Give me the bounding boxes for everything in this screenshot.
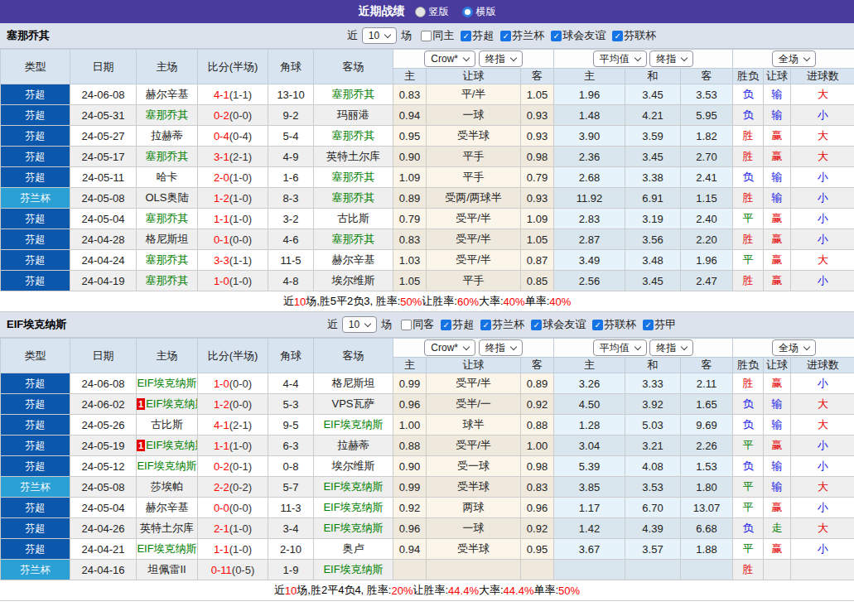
asia-period-select[interactable]: 终指 xyxy=(479,51,523,67)
filter-checkbox[interactable]: ✓芬超 xyxy=(461,28,494,43)
euro-period-select[interactable]: 终指 xyxy=(649,51,693,67)
euro-odds-select-group: 平均值 终指 xyxy=(554,50,733,69)
corners-cell: 11-5 xyxy=(268,250,314,271)
summary-segment: 44.4% xyxy=(504,585,534,597)
league-cell: 芬超 xyxy=(1,498,70,518)
view-radio-option[interactable]: 竖版 xyxy=(415,5,449,19)
asia-away-odds: 0.95 xyxy=(521,539,554,560)
corners-cell: 3-2 xyxy=(268,209,314,229)
score-cell: 4-1(2-1) xyxy=(198,415,268,436)
corners-cell: 4-6 xyxy=(268,229,314,250)
fulltime-score: 1-1 xyxy=(214,440,229,452)
euro-home-odds: 11.92 xyxy=(554,188,625,209)
games-count-select[interactable]: 10 xyxy=(362,27,397,44)
filter-checkbox[interactable]: ✓球会友谊 xyxy=(551,28,606,43)
away-team-cell: EIF埃克纳斯 xyxy=(314,498,393,518)
asia-period-value: 终指 xyxy=(485,342,505,354)
match-row: 芬超24-05-12EIF埃克纳斯0-2(0-1)0-8埃尔维斯0.90受一球0… xyxy=(1,456,854,477)
home-team-name: EIF埃克纳斯 xyxy=(146,397,197,410)
asia-away-odds: 0.92 xyxy=(521,394,554,415)
filter-checkbox[interactable]: ✓芬联杯 xyxy=(592,317,636,332)
checkbox-label: 芬超 xyxy=(472,28,494,43)
column-header: 让球 xyxy=(427,358,521,373)
result-handicap: 输 xyxy=(764,456,791,477)
home-team-cell: 塞那乔其 xyxy=(137,147,198,167)
chevron-down-icon xyxy=(634,343,640,349)
checked-checkbox-icon: ✓ xyxy=(612,31,623,41)
filter-checkbox[interactable]: ✓球会友谊 xyxy=(531,317,586,332)
result-goals: 小 xyxy=(791,229,854,250)
home-team-name: 坦佩雷II xyxy=(147,563,186,575)
asia-handicap: 一球 xyxy=(427,518,521,539)
euro-draw-odds: 3.33 xyxy=(625,373,681,394)
away-team-name: 埃尔维斯 xyxy=(332,460,375,472)
score-cell: 2-0(1-0) xyxy=(198,167,268,188)
result-goals: 大 xyxy=(791,147,854,167)
euro-draw-odds: 6.91 xyxy=(625,188,681,209)
filter-checkbox[interactable]: ✓芬兰杯 xyxy=(500,28,544,43)
date-cell: 24-05-27 xyxy=(70,126,137,147)
euro-period-select[interactable]: 终指 xyxy=(649,339,693,356)
halftime-score: (0-0) xyxy=(229,502,252,514)
fulltime-score: 3-1 xyxy=(214,151,229,163)
asia-home-odds: 0.96 xyxy=(393,394,427,415)
home-team-cell: 拉赫蒂 xyxy=(137,126,198,147)
asia-source-select[interactable]: Crow* xyxy=(424,339,475,356)
column-header: 主 xyxy=(554,358,625,373)
result-handicap: 输 xyxy=(764,84,791,105)
games-count-select[interactable]: 10 xyxy=(342,316,377,333)
away-team-cell: VPS瓦萨 xyxy=(314,394,393,415)
home-team-cell: 格尼斯坦 xyxy=(137,229,198,250)
away-team-cell: 格尼斯坦 xyxy=(314,373,393,394)
column-header: 客场 xyxy=(314,50,393,84)
asia-handicap: 受平/半 xyxy=(427,229,521,250)
column-header: 让球 xyxy=(427,69,521,84)
league-cell: 芬超 xyxy=(1,539,70,560)
red-card-badge: 1 xyxy=(137,440,145,451)
corners-cell: 11-3 xyxy=(268,498,314,518)
result-goals: 小 xyxy=(791,436,854,456)
corners-cell: 3-4 xyxy=(268,518,314,539)
chevron-down-icon xyxy=(681,343,688,349)
euro-draw-odds: 6.70 xyxy=(625,498,681,518)
summary-segment: 10 xyxy=(285,585,297,597)
fulltime-score: 3-3 xyxy=(214,254,229,267)
away-team-name: 赫尔辛基 xyxy=(332,253,375,266)
scope-select[interactable]: 全场 xyxy=(772,339,816,356)
asia-away-odds: 0.93 xyxy=(521,188,554,209)
result-handicap: 赢 xyxy=(764,126,791,147)
filter-controls: 近 10 场 同客✓芬超✓芬兰杯✓球会友谊✓芬联杯✓芬甲 xyxy=(327,316,676,333)
score-cell: 0-2(0-1) xyxy=(198,456,268,477)
filter-checkbox[interactable]: ✓芬超 xyxy=(441,317,474,332)
match-row: 芬超24-05-17塞那乔其3-1(2-1)4-9英特土尔库0.90平手0.98… xyxy=(1,147,854,167)
games-count-value: 10 xyxy=(369,30,379,41)
date-cell: 24-04-19 xyxy=(70,271,137,291)
view-radio-option[interactable]: 横版 xyxy=(462,5,496,19)
match-row: 芬超24-04-21EIF埃克纳斯1-1(1-0)2-10奥卢0.94受半球0.… xyxy=(1,539,854,560)
filter-checkbox[interactable]: ✓芬兰杯 xyxy=(480,317,524,332)
euro-home-odds: 4.50 xyxy=(554,394,625,415)
filter-checkbox[interactable]: 同主 xyxy=(421,28,454,43)
euro-source-select[interactable]: 平均值 xyxy=(593,339,647,356)
euro-source-select[interactable]: 平均值 xyxy=(593,51,647,67)
team-name: EIF埃克纳斯 xyxy=(7,317,66,332)
radio-selected-icon xyxy=(462,7,473,17)
euro-away-odds: 1.88 xyxy=(681,539,733,560)
filter-checkbox[interactable]: ✓芬联杯 xyxy=(612,28,656,43)
filter-checkbox[interactable]: ✓芬甲 xyxy=(643,317,676,332)
chevron-down-icon xyxy=(634,54,640,60)
away-team-name: 埃尔维斯 xyxy=(332,274,375,286)
score-cell: 0-2(0-0) xyxy=(198,105,268,126)
games-count-value: 10 xyxy=(349,319,359,330)
scope-select[interactable]: 全场 xyxy=(772,51,816,67)
halftime-score: (2-1) xyxy=(229,151,252,163)
asia-period-select[interactable]: 终指 xyxy=(479,339,523,356)
chevron-down-icon xyxy=(803,54,810,60)
asia-source-select[interactable]: Crow* xyxy=(424,51,475,67)
column-header: 和 xyxy=(625,358,681,373)
column-header: 类型 xyxy=(1,339,70,373)
filter-checkbox[interactable]: 同客 xyxy=(401,317,434,332)
result-wdl: 平 xyxy=(733,498,764,518)
checkbox-label: 芬超 xyxy=(452,317,474,332)
euro-home-odds: 1.48 xyxy=(554,105,625,126)
